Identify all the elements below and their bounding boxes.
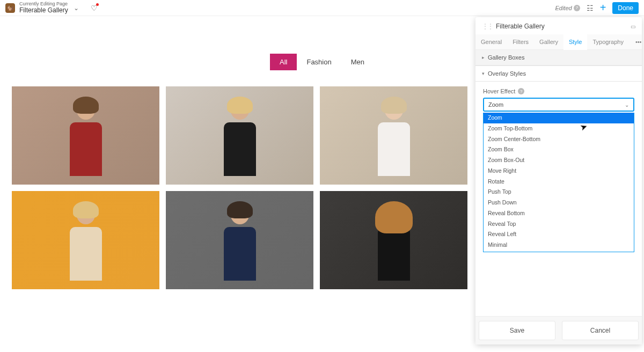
dropdown-option[interactable]: Zoom (484, 113, 634, 123)
hover-effect-dropdown: Zoom Zoom Top-Bottom Zoom Center-Bottom … (483, 113, 634, 252)
gallery-item[interactable] (166, 191, 313, 289)
dropdown-option[interactable]: Zoom Box-Out (484, 155, 634, 166)
filter-tab-men[interactable]: Men (341, 54, 374, 70)
gallery-item[interactable] (166, 86, 313, 185)
chevron-down-icon[interactable]: ⌄ (74, 4, 79, 12)
app-logo: 🐿️ (5, 3, 15, 13)
dropdown-option[interactable]: Push Top (484, 187, 634, 197)
help-icon: ? (574, 5, 580, 11)
page-title-block[interactable]: Currently Editing Page Filterable Galler… (19, 2, 68, 14)
settings-panel: ⋮⋮ Filterable Gallery ▭ General Filters … (475, 17, 642, 344)
hover-effect-label: Hover Effect ? (483, 88, 634, 94)
cancel-button[interactable]: Cancel (562, 321, 639, 340)
chevron-down-icon: ⌄ (625, 102, 629, 108)
bell-icon[interactable]: ♡ (91, 4, 98, 12)
gallery-item[interactable] (12, 191, 159, 289)
section-content: Hover Effect ? Zoom ⌄ Zoom Zoom Top-Bott… (475, 82, 642, 118)
dropdown-option[interactable]: Minimal (484, 240, 634, 251)
filter-tab-fashion[interactable]: Fashion (297, 54, 341, 70)
chevron-down-icon: ▾ (482, 71, 485, 76)
editing-label: Currently Editing Page (19, 2, 68, 6)
gallery-item[interactable] (320, 86, 467, 185)
top-bar: 🐿️ Currently Editing Page Filterable Gal… (0, 0, 644, 16)
section-gallery-boxes[interactable]: ▸ Gallery Boxes (475, 50, 642, 65)
dropdown-option[interactable]: FadeIn (484, 251, 634, 252)
edited-status[interactable]: Edited ? (555, 5, 580, 11)
section-label: Overlay Styles (488, 70, 526, 77)
dropdown-option[interactable]: Rotate (484, 177, 634, 187)
dropdown-option[interactable]: Push Down (484, 197, 634, 208)
dropdown-option[interactable]: Reveal Bottom (484, 208, 634, 219)
save-button[interactable]: Save (479, 321, 555, 340)
tab-general[interactable]: General (475, 34, 507, 49)
tab-style[interactable]: Style (564, 34, 587, 49)
select-value: Zoom (488, 101, 503, 108)
section-label: Gallery Boxes (488, 54, 524, 61)
drag-handle-icon[interactable]: ⋮⋮ (482, 23, 493, 30)
dropdown-option[interactable]: Reveal Top (484, 219, 634, 230)
tab-typography[interactable]: Typography (587, 34, 628, 49)
done-button[interactable]: Done (612, 2, 639, 14)
gallery-item[interactable] (12, 86, 159, 185)
panel-footer: Save Cancel (475, 316, 642, 344)
section-overlay-styles[interactable]: ▾ Overlay Styles (475, 65, 642, 82)
dropdown-option[interactable]: Reveal Left (484, 229, 634, 240)
help-icon[interactable]: ? (518, 88, 524, 94)
tab-gallery[interactable]: Gallery (534, 34, 564, 49)
gallery-item[interactable] (320, 191, 467, 289)
dropdown-option[interactable]: Zoom Top-Bottom (484, 123, 634, 134)
filter-tab-all[interactable]: All (270, 54, 297, 70)
expand-icon[interactable]: ▭ (631, 24, 635, 30)
tab-filters[interactable]: Filters (507, 34, 534, 49)
panel-tabs: General Filters Gallery Style Typography… (475, 34, 642, 50)
top-right-actions: Edited ? ☷ + Done (555, 2, 639, 14)
page-title: Filterable Gallery (19, 6, 68, 14)
dropdown-option[interactable]: Move Right (484, 166, 634, 177)
outline-icon[interactable]: ☷ (587, 4, 594, 12)
main-area: All Fashion Men ⋮⋮ Filterable Gallery ▭ … (0, 16, 644, 352)
hover-effect-select[interactable]: Zoom ⌄ Zoom Zoom Top-Bottom Zoom Center-… (483, 98, 634, 112)
add-icon[interactable]: + (600, 2, 606, 14)
dropdown-option[interactable]: Zoom Center-Bottom (484, 134, 634, 145)
panel-header[interactable]: ⋮⋮ Filterable Gallery ▭ (475, 17, 642, 34)
edited-label: Edited (555, 5, 572, 11)
tab-overflow[interactable]: ••• (629, 34, 644, 49)
panel-title: Filterable Gallery (496, 23, 545, 30)
dropdown-option[interactable]: Zoom Box (484, 144, 634, 155)
chevron-right-icon: ▸ (482, 55, 485, 60)
